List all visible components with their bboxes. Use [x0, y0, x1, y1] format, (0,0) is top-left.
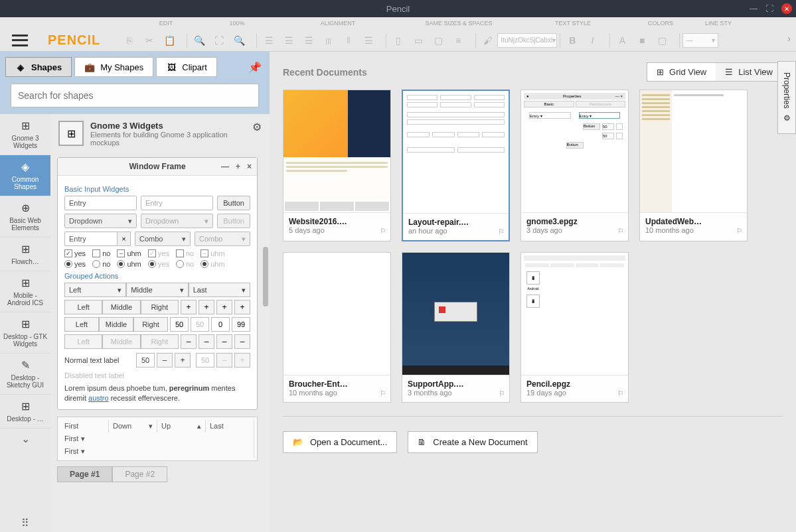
category-gnome3[interactable]: ⊞Gnome 3 Widgets — [0, 114, 50, 155]
category-common-shapes[interactable]: ◈Common Shapes — [0, 155, 50, 196]
category-android[interactable]: ⊞Mobile - Android ICS — [0, 271, 50, 312]
window-title: Pencil — [386, 4, 410, 14]
tab-shapes[interactable]: ◈ Shapes — [5, 57, 72, 77]
copy-icon[interactable]: ⎘ — [120, 32, 139, 49]
same-width-icon[interactable]: ▯ — [389, 32, 408, 49]
button-widget: Button — [217, 196, 250, 210]
align-right-icon[interactable]: ☰ — [299, 32, 318, 49]
category-gtk[interactable]: ⊞Desktop - GTK Widgets — [0, 312, 50, 354]
category-grip-icon[interactable]: ⠿ — [19, 514, 32, 532]
document-time: 10 months ago — [645, 226, 742, 234]
page-tabs-preview[interactable]: Page #1 Page #2 — [57, 466, 258, 482]
space-h-icon[interactable]: ≡ — [449, 32, 467, 49]
document-thumbnail: ●Properties— × BasicPermissions Entry ▾E… — [521, 90, 628, 213]
shapes-panel: ◈ Shapes 💼 My Shapes 🖼 Clipart 📌 ⊞Gnome … — [0, 52, 270, 532]
document-card[interactable]: Broucher-Ent… 10 months ago ⚐ — [283, 252, 391, 403]
window-minimize-icon[interactable]: — — [750, 4, 757, 13]
create-document-button[interactable]: 🗎 Create a New Document — [408, 431, 537, 453]
gear-icon[interactable]: ⚙ — [252, 121, 262, 133]
button-disabled-widget: Button — [217, 214, 250, 228]
seg-last: Last▾ — [189, 283, 250, 297]
grid-view-button[interactable]: ⊞Grid View — [647, 63, 716, 81]
document-name: UpdatedWeb… — [645, 217, 742, 226]
bold-icon[interactable]: B — [563, 32, 582, 49]
scrollbar[interactable] — [263, 247, 268, 532]
toolbar-scroll-right-icon[interactable]: › — [787, 33, 791, 44]
combo-widget: Combo▾ — [135, 232, 191, 246]
document-card[interactable]: 📱Android📱 Pencil.epgz 19 days ago ⚐ — [520, 252, 629, 403]
collection-title: Gnome 3 Widgets — [90, 121, 246, 131]
documents-grid: Website2016.… 5 days ago ⚐ — [283, 90, 783, 403]
document-name: Layout-repair.… — [408, 218, 503, 227]
seg-right-2: Right — [141, 300, 179, 314]
category-flowchart[interactable]: ⊞Flowch… — [0, 237, 50, 271]
document-card[interactable]: SupportApp.… 3 months ago ⚐ — [402, 252, 510, 403]
window-maximize-icon[interactable]: ⛶ — [765, 4, 773, 13]
shape-preview-panel[interactable]: Window Frame — + × Basic Input Widgets E… — [57, 157, 258, 410]
align-bottom-icon[interactable]: ☰ — [359, 32, 378, 49]
document-time: 3 days ago — [526, 226, 623, 234]
pin-icon[interactable]: ⚐ — [617, 227, 624, 235]
same-size-icon[interactable]: ▢ — [429, 32, 447, 49]
distribute-h-icon[interactable]: ⫼ — [319, 32, 338, 49]
line-style-selector[interactable]: —▾ — [682, 33, 718, 48]
italic-icon[interactable]: I — [583, 32, 601, 49]
disabled-text-label: Disabled text label — [64, 371, 124, 379]
font-selector[interactable]: ItuNjzOkcSjCabxl▾ — [497, 33, 557, 48]
pin-icon[interactable]: ⚐ — [380, 227, 386, 235]
properties-side-tab[interactable]: Properties ⚙ — [777, 61, 796, 134]
pin-icon[interactable]: ⚐ — [499, 389, 505, 398]
seg-left: Left▾ — [64, 283, 126, 297]
menu-button[interactable] — [12, 34, 28, 46]
normal-text-label: Normal text label — [64, 356, 131, 364]
cut-icon[interactable]: ✂ — [140, 32, 159, 49]
open-document-button[interactable]: 📂 Open a Document... — [283, 431, 397, 453]
distribute-v-icon[interactable]: ⦀ — [339, 32, 358, 49]
folder-open-icon: 📂 — [293, 437, 303, 447]
image-icon: 🖼 — [166, 62, 177, 72]
entry-widget: Entry — [64, 196, 137, 210]
collection-desc: Elements for building Gnome 3 applicatio… — [90, 131, 246, 147]
align-center-icon[interactable]: ☰ — [279, 32, 298, 49]
format-painter-icon[interactable]: 🖌 — [479, 32, 497, 49]
tab-my-shapes[interactable]: 💼 My Shapes — [74, 57, 153, 77]
same-height-icon[interactable]: ▭ — [409, 32, 428, 49]
fill-color-icon[interactable]: ■ — [633, 32, 651, 49]
table-widget-preview[interactable]: First Down ▾ Up ▴ Last First ▾ First ▾ — [57, 417, 258, 461]
document-card[interactable]: Layout-repair.… an hour ago ⚐ — [402, 90, 510, 241]
zoom-out-icon[interactable]: 🔍 — [230, 32, 248, 49]
list-view-button[interactable]: ☰List View — [716, 63, 782, 81]
category-web-elements[interactable]: ⊕Basic Web Elements — [0, 196, 50, 237]
document-card[interactable]: ●Properties— × BasicPermissions Entry ▾E… — [520, 90, 629, 241]
document-thumbnail — [283, 90, 390, 213]
category-desktop[interactable]: ⊞Desktop - … — [0, 395, 50, 429]
window-maximize-icon: + — [236, 162, 240, 171]
font-name: ItuNjzOkcSjCabxl — [501, 36, 552, 44]
seg-left-2: Left — [64, 300, 102, 314]
align-left-icon[interactable]: ☰ — [260, 32, 278, 49]
pin-icon[interactable]: ⚐ — [736, 227, 743, 235]
pin-panel-icon[interactable]: 📌 — [246, 58, 264, 76]
document-card[interactable]: Website2016.… 5 days ago ⚐ — [283, 90, 391, 241]
new-document-icon: 🗎 — [418, 437, 426, 447]
document-thumbnail — [283, 253, 390, 375]
border-color-icon[interactable]: ▢ — [653, 32, 671, 49]
pin-icon[interactable]: ⚐ — [617, 389, 624, 398]
tab-clipart[interactable]: 🖼 Clipart — [156, 57, 217, 77]
sketch-icon: ✎ — [21, 359, 30, 371]
paste-icon[interactable]: 📋 — [160, 32, 179, 49]
pin-icon[interactable]: ⚐ — [498, 228, 505, 236]
zoom-in-icon[interactable]: 🔍 — [190, 32, 208, 49]
category-sketchy[interactable]: ✎Desktop - Sketchy GUI — [0, 354, 50, 395]
toolbar-label-sizes: SAME SIZES & SPACES — [402, 20, 515, 27]
pin-icon[interactable]: ⚐ — [380, 389, 386, 398]
add-button: + — [181, 300, 197, 314]
window-titlebar: Pencil — ⛶ ✕ — [0, 0, 796, 17]
category-expand-icon[interactable]: ⌄ — [17, 429, 34, 449]
search-input[interactable] — [11, 84, 259, 107]
toolbar-label-zoom: 100% — [200, 20, 274, 27]
zoom-fit-icon[interactable]: ⛶ — [210, 32, 228, 49]
document-card[interactable]: UpdatedWeb… 10 months ago ⚐ — [639, 90, 748, 241]
window-close-icon[interactable]: ✕ — [781, 3, 792, 14]
text-color-icon[interactable]: A — [613, 32, 631, 49]
